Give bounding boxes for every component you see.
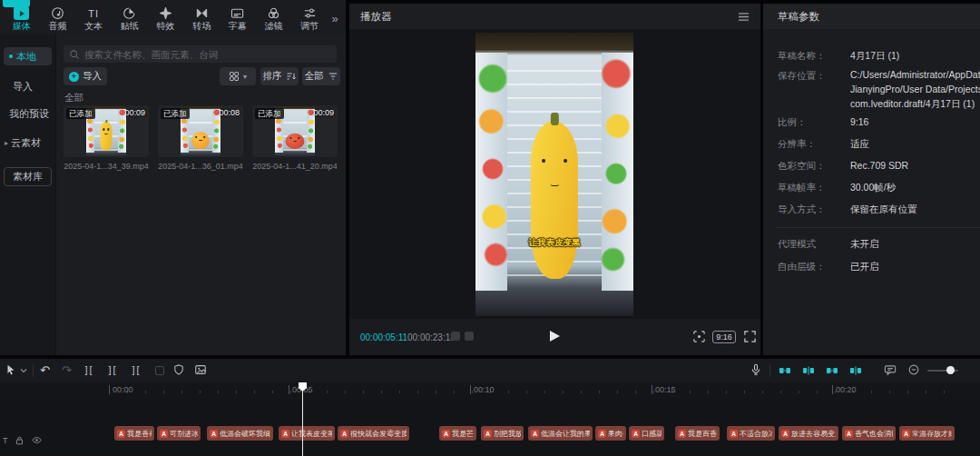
- player-menu-icon[interactable]: [738, 12, 750, 22]
- subtitle-clip[interactable]: A 低温会破坏我细胞: [207, 426, 273, 441]
- subtitle-clip[interactable]: A 我是百香果: [675, 426, 720, 441]
- tab-media[interactable]: 媒体: [4, 6, 40, 31]
- filename-label: 2025-04-1...36_01.mp4: [158, 162, 243, 171]
- text-clip-icon: A: [484, 430, 492, 438]
- clip-text: 口感就不: [642, 429, 662, 439]
- draft-name-label: 草稿名称：: [778, 50, 826, 63]
- cover-icon[interactable]: [194, 363, 207, 376]
- tab-text[interactable]: TI 文本: [75, 6, 112, 31]
- frame-rate-value: 30.00帧/秒: [850, 182, 896, 194]
- sidebar-item-label: 本地: [16, 50, 36, 64]
- lock-track-icon[interactable]: [15, 435, 24, 445]
- tab-sticker[interactable]: 贴纸: [112, 6, 148, 31]
- search-bar[interactable]: [64, 45, 337, 63]
- player-option-icon[interactable]: [451, 332, 460, 341]
- trim-right-icon[interactable]: ][: [131, 365, 140, 375]
- toolbar-expand-icon[interactable]: »: [328, 6, 342, 25]
- clip-text: 我是香蕉: [127, 429, 152, 439]
- playhead-line[interactable]: [302, 382, 303, 456]
- subtitle-clip[interactable]: A 可别进冰箱: [157, 426, 201, 441]
- fullscreen-icon[interactable]: [743, 330, 757, 343]
- tab-label: 媒体: [13, 22, 31, 31]
- subtitle-clip[interactable]: A 别把我放: [481, 426, 524, 441]
- media-card[interactable]: 已添加 00:09 2025-04-1...34_39.mp4: [64, 105, 149, 171]
- proxy-mode-label: 代理模式: [778, 238, 816, 251]
- text-clip-icon: A: [781, 430, 789, 438]
- select-tool-icon[interactable]: [5, 363, 17, 376]
- zoom-out-icon[interactable]: [907, 363, 920, 376]
- split-icon[interactable]: ][: [83, 365, 93, 375]
- sidebar-item-local[interactable]: 本地: [4, 47, 52, 65]
- panel-layout-icon[interactable]: [849, 364, 862, 377]
- player-option-icon[interactable]: [465, 332, 474, 341]
- trim-left-icon[interactable]: ][: [107, 365, 116, 375]
- redo-icon[interactable]: ↷: [62, 364, 72, 376]
- tab-adjust[interactable]: 调节: [291, 6, 328, 31]
- tab-effects[interactable]: 特效: [148, 6, 184, 31]
- subtitle-clip[interactable]: A 果肉变: [595, 426, 626, 441]
- ruler-time-label: 00:15: [652, 385, 676, 394]
- subtitle-clip[interactable]: A 常温存放才好: [899, 426, 955, 441]
- media-card[interactable]: 已添加 00:09 2025-04-1...41_20.mp4: [252, 105, 338, 171]
- play-button[interactable]: [550, 331, 560, 342]
- toggle-visibility-icon[interactable]: [31, 435, 43, 445]
- video-thumbnail[interactable]: 已添加 00:09: [252, 105, 338, 157]
- media-library-panel: 媒体 音频 TI 文本 贴纸 特效: [0, 0, 346, 355]
- added-badge: 已添加: [255, 108, 284, 119]
- subtitle-clip[interactable]: A 口感就不: [629, 426, 664, 441]
- linkage-icon[interactable]: [802, 364, 815, 377]
- free-layer-value: 已开启: [850, 261, 879, 273]
- media-card[interactable]: 已添加 00:08 2025-04-1...36_01.mp4: [158, 105, 243, 171]
- aspect-ratio-button[interactable]: 9:16: [712, 331, 736, 343]
- adjust-icon: [303, 6, 317, 20]
- player-panel: 播放器 让我表皮变黑 00:00:05:11 00:00:23:18 9:16: [349, 4, 760, 355]
- tab-filters[interactable]: 滤镜: [256, 6, 292, 31]
- fit-screen-icon[interactable]: [692, 330, 706, 343]
- record-voiceover-icon[interactable]: [750, 363, 762, 376]
- tab-label: 调节: [300, 22, 318, 31]
- tab-transitions[interactable]: 转场: [183, 6, 220, 31]
- preview-axis-icon[interactable]: [826, 364, 838, 377]
- subtitle-clip[interactable]: A 我是香蕉: [114, 426, 154, 441]
- sidebar-item-cloud[interactable]: ▸ 云素材: [5, 136, 41, 150]
- subtitle-clip[interactable]: A 很快就会发霉变质: [338, 426, 409, 441]
- tab-captions[interactable]: 字幕: [220, 6, 256, 31]
- text-clip-icon: A: [531, 430, 539, 438]
- text-clip-icon: A: [845, 430, 853, 438]
- timeline-toolbar: ↶ ↷ ][ ][ ][: [0, 359, 980, 382]
- import-button[interactable]: + 导入: [64, 67, 107, 85]
- active-dot-icon: [9, 55, 13, 58]
- view-mode-button[interactable]: ▾: [220, 67, 256, 85]
- delete-icon[interactable]: [155, 366, 164, 375]
- timeline-ruler[interactable]: 00:0000:0500:1000:1500:20: [0, 382, 980, 399]
- search-icon: [69, 49, 80, 60]
- tab-audio[interactable]: 音频: [40, 6, 76, 31]
- track-controls: T: [3, 435, 43, 445]
- mask-icon[interactable]: [172, 363, 185, 376]
- video-thumbnail[interactable]: 已添加 00:09: [64, 105, 149, 157]
- tab-label: 贴纸: [121, 22, 139, 31]
- text-clip-icon: A: [340, 430, 348, 438]
- transition-icon: [195, 6, 209, 20]
- subtitle-clip[interactable]: A 放进去容易变质: [779, 426, 838, 441]
- video-preview: 让我表皮变黑: [475, 33, 633, 316]
- sidebar-item-presets[interactable]: 我的预设: [9, 107, 49, 121]
- sidebar-item-library[interactable]: 素材库: [4, 167, 52, 186]
- sort-button[interactable]: 排序: [260, 67, 299, 85]
- select-tool-chevron-icon[interactable]: [20, 367, 27, 374]
- subtitle-clip[interactable]: A 低温会让我的果: [528, 426, 593, 441]
- sidebar-item-import[interactable]: 导入: [13, 80, 33, 94]
- player-title: 播放器: [360, 10, 392, 24]
- video-thumbnail[interactable]: 已添加 00:08: [158, 105, 243, 157]
- subtitle-clip[interactable]: A 让我表皮变黑: [279, 426, 335, 441]
- auto-snap-icon[interactable]: [779, 364, 791, 377]
- timeline-zoom-knob[interactable]: [946, 366, 955, 374]
- timeline-settings-icon[interactable]: [884, 363, 897, 377]
- search-input[interactable]: [84, 49, 331, 60]
- filter-button[interactable]: 全部: [302, 67, 340, 85]
- subtitle-clip[interactable]: A 我是芒果: [439, 426, 476, 441]
- resolution-label: 分辨率：: [778, 138, 816, 151]
- subtitle-clip[interactable]: A 不适合放冰箱: [727, 426, 775, 441]
- subtitle-clip[interactable]: A 香气也会消散: [842, 426, 896, 441]
- undo-icon[interactable]: ↶: [40, 364, 50, 376]
